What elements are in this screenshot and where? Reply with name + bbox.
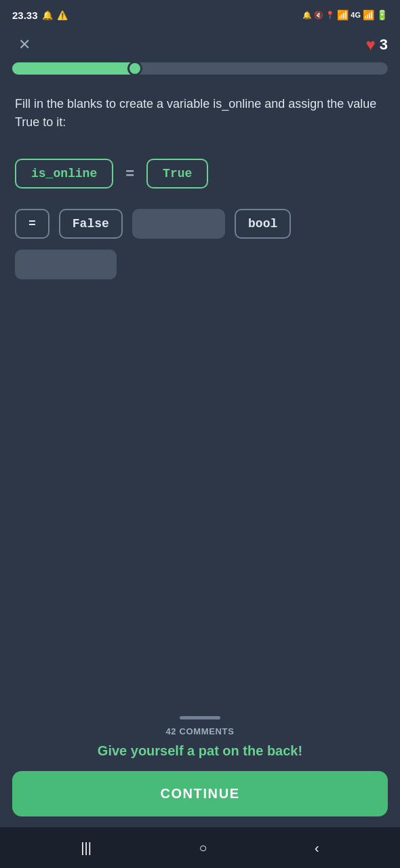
progress-track [12,62,388,75]
mute-icon: 🔇 [314,11,323,20]
time-display: 23.33 [12,9,38,21]
answer-row: is_online = True [15,159,385,189]
signal-icon: 📶 [363,9,374,20]
comments-label: 42 COMMENTS [165,726,234,736]
continue-button[interactable]: CONTINUE [12,771,388,816]
progress-container [0,62,400,83]
drag-handle[interactable] [180,716,220,719]
close-icon: ✕ [18,36,31,54]
location-icon: 📍 [325,11,335,20]
nav-back-button[interactable]: ‹ [315,840,319,856]
close-button[interactable]: ✕ [12,33,37,57]
question-text: Fill in the blanks to create a variable … [15,95,385,132]
battery-icon: 🔋 [376,9,388,20]
option-bool[interactable]: bool [235,209,291,239]
bottom-sheet-area: 42 COMMENTS Give yourself a pat on the b… [0,705,400,763]
network-label: 4G [351,11,361,19]
option-blank-2[interactable] [15,250,117,279]
top-nav: ✕ ♥ 3 [0,27,400,62]
option-false[interactable]: False [59,209,123,239]
heart-icon: ♥ [366,35,376,54]
wifi-icon: 📶 [337,9,348,20]
nav-home-button[interactable]: ○ [199,840,207,856]
warning-icon: ⚠️ [57,10,68,20]
value-chip[interactable]: True [146,159,208,189]
progress-thumb [127,61,142,76]
nav-menu-button[interactable]: ||| [81,840,92,856]
main-content: Fill in the blanks to create a variable … [0,83,400,705]
encouragement-text: Give yourself a pat on the back! [85,743,315,759]
options-row-1: = False bool [15,209,385,239]
dnd-icon: 🔔 [42,10,53,20]
status-time: 23.33 🔔 ⚠️ [12,9,68,21]
variable-chip[interactable]: is_online [15,159,113,189]
option-equals[interactable]: = [15,209,49,239]
alarm-icon: 🔔 [302,11,312,20]
system-nav-bar: ||| ○ ‹ [0,827,400,868]
lives-container: ♥ 3 [366,35,388,54]
lives-count: 3 [380,36,388,54]
answer-equals: = [125,165,134,182]
option-blank-1[interactable] [132,209,225,239]
continue-button-wrap: CONTINUE [0,763,400,827]
status-bar: 23.33 🔔 ⚠️ 🔔 🔇 📍 📶 4G 📶 🔋 [0,0,400,27]
progress-fill [12,62,140,75]
status-right-icons: 🔔 🔇 📍 📶 4G 📶 🔋 [302,9,388,20]
options-row-2 [15,250,385,279]
